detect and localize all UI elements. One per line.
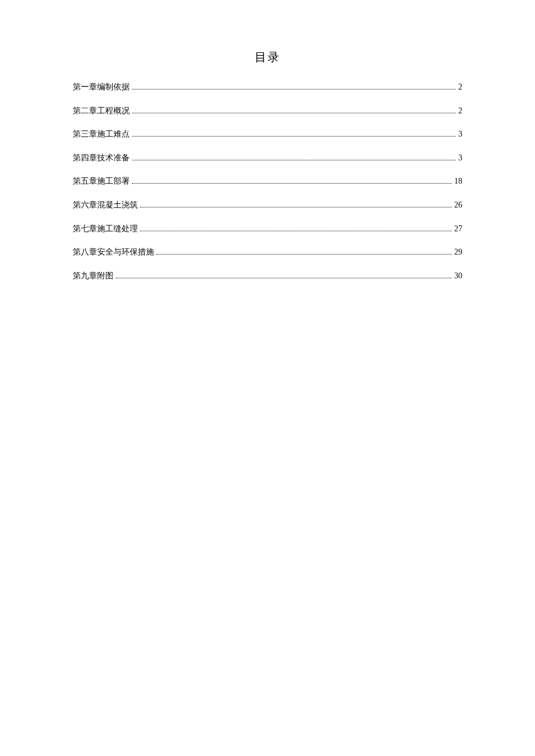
toc-page-number: 18: [454, 175, 462, 187]
toc-leader-dots: [140, 231, 452, 231]
toc-entry: 第九章附图 30: [73, 270, 462, 282]
toc-leader-dots: [140, 207, 452, 207]
toc-entry: 第三章施工难点 3: [73, 128, 462, 140]
toc-leader-dots: [132, 160, 456, 160]
toc-label: 第二章工程概况: [73, 105, 130, 117]
toc-entry: 第五章施工部署 18: [73, 175, 462, 187]
toc-leader-dots: [156, 254, 452, 255]
toc-leader-dots: [132, 89, 456, 89]
toc-leader-dots: [132, 113, 456, 113]
table-of-contents: 第一章编制依据 2 第二章工程概况 2 第三章施工难点 3 第四章技术准备 3 …: [73, 81, 462, 281]
toc-leader-dots: [132, 183, 452, 184]
toc-entry: 第八章安全与环保措施 29: [73, 246, 462, 258]
toc-label: 第一章编制依据: [73, 81, 130, 93]
toc-entry: 第七章施工缝处理 27: [73, 223, 462, 235]
toc-label: 第八章安全与环保措施: [73, 246, 154, 258]
toc-page-number: 3: [458, 152, 462, 164]
toc-entry: 第二章工程概况 2: [73, 105, 462, 117]
toc-label: 第三章施工难点: [73, 128, 130, 140]
toc-page-number: 26: [454, 199, 462, 211]
toc-page-number: 3: [458, 128, 462, 140]
toc-label: 第六章混凝土浇筑: [73, 199, 138, 211]
toc-entry: 第六章混凝土浇筑 26: [73, 199, 462, 211]
toc-page-number: 27: [454, 223, 462, 235]
toc-label: 第九章附图: [73, 270, 113, 282]
toc-page-number: 30: [454, 270, 462, 282]
toc-label: 第五章施工部署: [73, 175, 130, 187]
toc-leader-dots: [132, 136, 456, 137]
toc-leader-dots: [116, 278, 452, 278]
toc-label: 第七章施工缝处理: [73, 223, 138, 235]
toc-entry: 第一章编制依据 2: [73, 81, 462, 93]
toc-page-number: 2: [458, 105, 462, 117]
toc-page-number: 2: [458, 81, 462, 93]
toc-label: 第四章技术准备: [73, 152, 130, 164]
page-title: 目录: [73, 49, 462, 65]
toc-page-number: 29: [454, 246, 462, 258]
toc-entry: 第四章技术准备 3: [73, 152, 462, 164]
